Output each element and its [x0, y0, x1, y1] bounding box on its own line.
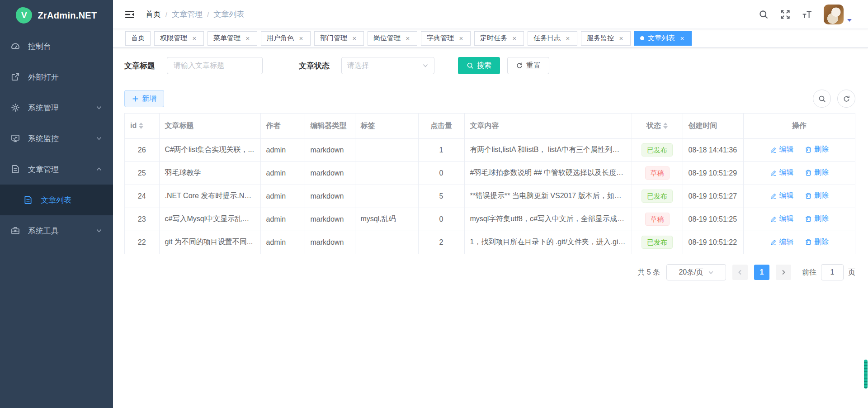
sidebar-item-label: 系统管理: [28, 103, 59, 113]
breadcrumb-article-management[interactable]: 文章管理: [172, 9, 203, 19]
goto-page-input[interactable]: [821, 264, 844, 280]
edit-button[interactable]: 编辑: [770, 191, 794, 200]
sidebar-item-system-tools[interactable]: 系统工具: [0, 215, 113, 246]
pencil-icon: [770, 215, 777, 223]
tab-permission-management[interactable]: 权限管理: [154, 31, 204, 46]
sidebar-item-article-list[interactable]: 文章列表: [0, 185, 113, 215]
close-tab-icon[interactable]: [618, 35, 625, 42]
search-button[interactable]: 搜索: [458, 57, 500, 74]
status-badge: 已发布: [642, 236, 673, 249]
delete-button[interactable]: 删除: [805, 214, 829, 223]
tab-user-role[interactable]: 用户角色: [261, 31, 311, 46]
refresh-table-button[interactable]: [837, 90, 855, 108]
article-title-input[interactable]: [167, 57, 263, 74]
sidebar-item-dashboard[interactable]: 控制台: [0, 31, 113, 62]
tab-task-logs[interactable]: 任务日志: [528, 31, 577, 46]
scrollbar-thumb[interactable]: [864, 360, 868, 389]
dashboard-icon: [11, 42, 20, 51]
sort-by-id[interactable]: id: [130, 122, 143, 130]
sidebar-item-label: 文章列表: [41, 195, 71, 205]
add-button[interactable]: 新增: [124, 90, 164, 107]
breadcrumb-home[interactable]: 首页: [146, 9, 161, 19]
table-row[interactable]: 22 git 为不同的项目设置不同... admin markdown 2 1，…: [125, 231, 855, 254]
breadcrumb-separator: [165, 10, 167, 19]
caret-down-icon: [847, 19, 852, 22]
fullscreen-icon[interactable]: [780, 9, 790, 19]
avatar[interactable]: [824, 5, 844, 24]
pencil-icon: [770, 146, 777, 153]
refresh-icon: [843, 95, 850, 103]
tab-service-monitor[interactable]: 服务监控: [581, 31, 631, 46]
column-created-time: 创建时间: [683, 114, 743, 138]
page-number-button[interactable]: 1: [754, 265, 769, 280]
sidebar-item-external-open[interactable]: 外部打开: [0, 62, 113, 92]
sidebar-item-system-management[interactable]: 系统管理: [0, 92, 113, 123]
edit-button[interactable]: 编辑: [770, 145, 794, 154]
document-icon: [24, 195, 33, 204]
breadcrumb-article-list: 文章列表: [213, 9, 244, 19]
table-header-row: id 文章标题 作者 编辑器类型 标签 点击量 文章内容 状态 创: [125, 114, 855, 138]
article-status-label: 文章状态: [299, 61, 330, 71]
sidebar-item-label: 外部打开: [28, 72, 59, 82]
tab-article-list-active[interactable]: 文章列表: [634, 31, 692, 46]
table-row[interactable]: 23 c#写入Mysql中文显示乱码 ... admin markdown my…: [125, 208, 855, 231]
trash-icon: [805, 169, 812, 176]
next-page-button[interactable]: [776, 265, 791, 280]
reset-button[interactable]: 重置: [507, 57, 549, 74]
toggle-search-button[interactable]: [813, 90, 831, 108]
close-tab-icon[interactable]: [297, 35, 305, 42]
tab-menu-management[interactable]: 菜单管理: [208, 31, 257, 46]
article-title-label: 文章标题: [124, 61, 155, 71]
table-row[interactable]: 26 C#两个list集合实现关联，... admin markdown 1 有…: [125, 138, 855, 161]
delete-button[interactable]: 删除: [805, 168, 829, 177]
table-row[interactable]: 24 .NET Core 发布时提示.NET... admin markdown…: [125, 185, 855, 208]
search-icon[interactable]: [759, 9, 769, 19]
previous-page-button[interactable]: [732, 265, 748, 280]
table-row[interactable]: 25 羽毛球教学 admin markdown 0 #羽毛球拍参数说明 ## 中…: [125, 161, 855, 185]
column-title: 文章标题: [159, 114, 260, 138]
breadcrumb-separator: [207, 10, 209, 19]
tab-post-management[interactable]: 岗位管理: [368, 31, 417, 46]
close-tab-icon[interactable]: [511, 35, 518, 42]
font-size-icon[interactable]: [802, 9, 812, 19]
status-badge: 已发布: [642, 143, 673, 157]
close-tab-icon[interactable]: [404, 35, 411, 42]
article-status-select[interactable]: 请选择: [341, 57, 434, 74]
delete-button[interactable]: 删除: [805, 237, 829, 247]
app-title: ZrAdmin.NET: [38, 10, 97, 21]
sidebar-item-system-monitor[interactable]: 系统监控: [0, 123, 113, 154]
top-navbar: 首页 文章管理 文章列表: [113, 0, 868, 29]
close-tab-icon[interactable]: [244, 35, 251, 42]
tab-scheduled-tasks[interactable]: 定时任务: [474, 31, 524, 46]
delete-button[interactable]: 删除: [805, 145, 829, 154]
delete-button[interactable]: 删除: [805, 191, 829, 200]
chevron-right-icon: [780, 269, 787, 275]
app-logo[interactable]: V ZrAdmin.NET: [0, 0, 113, 31]
active-tab-dot: [640, 36, 644, 40]
sidebar: V ZrAdmin.NET 控制台 外部打开 系统管理 系统监控 文章管理 文章…: [0, 0, 113, 408]
page-size-select[interactable]: 20条/页: [666, 264, 726, 280]
tab-department-management[interactable]: 部门管理: [314, 31, 364, 46]
edit-button[interactable]: 编辑: [770, 237, 794, 247]
pagination-total: 共 5 条: [637, 268, 660, 277]
close-tab-icon[interactable]: [564, 35, 571, 42]
edit-button[interactable]: 编辑: [770, 168, 794, 177]
column-actions: 操作: [743, 114, 855, 138]
close-tab-icon[interactable]: [191, 35, 198, 42]
close-tab-icon[interactable]: [458, 35, 465, 42]
close-tab-icon[interactable]: [351, 35, 358, 42]
sidebar-item-article-management[interactable]: 文章管理: [0, 154, 113, 185]
tab-dict-management[interactable]: 字典管理: [421, 31, 471, 46]
chevron-down-icon: [96, 135, 102, 142]
tab-home[interactable]: 首页: [125, 31, 151, 46]
user-menu[interactable]: [824, 5, 852, 24]
close-tab-icon[interactable]: [679, 35, 686, 42]
collapse-sidebar-icon[interactable]: [125, 10, 135, 19]
plus-icon: [132, 95, 139, 102]
column-clicks: 点击量: [418, 114, 464, 138]
sidebar-item-label: 控制台: [28, 41, 51, 52]
edit-button[interactable]: 编辑: [770, 214, 794, 223]
tags-view-bar: 首页 权限管理 菜单管理 用户角色 部门管理 岗位管理 字典管理 定时任务: [113, 29, 868, 48]
sort-by-status[interactable]: 状态: [646, 121, 668, 131]
trash-icon: [805, 238, 812, 246]
